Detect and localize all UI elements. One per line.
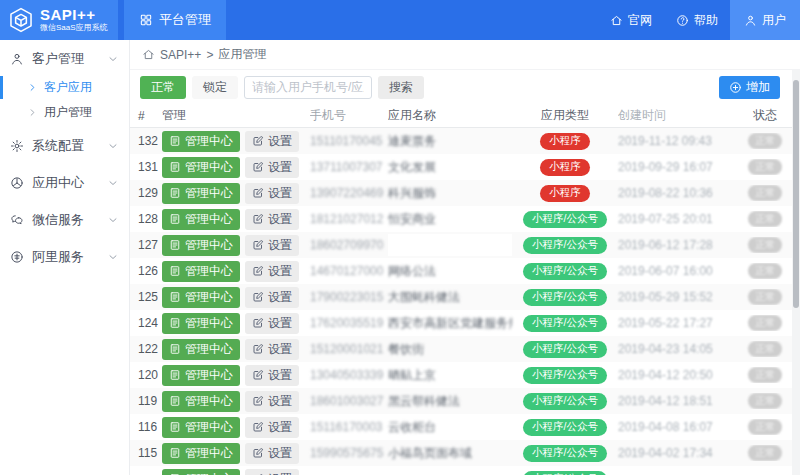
status-cell: 正常 [738, 315, 792, 331]
manage-center-button[interactable]: 管理中心 [162, 131, 240, 152]
manage-center-button[interactable]: 管理中心 [162, 183, 240, 204]
edit-icon [252, 421, 264, 433]
sidebar-item-wechat-service[interactable]: 微信服务 [0, 203, 129, 236]
settings-button[interactable]: 设置 [245, 313, 299, 334]
status-cell: 正常 [738, 341, 792, 357]
manage-center-button[interactable]: 管理中心 [162, 157, 240, 178]
settings-label: 设置 [268, 185, 292, 202]
manage-center-button[interactable]: 管理中心 [162, 443, 240, 464]
settings-button[interactable]: 设置 [245, 391, 299, 412]
app-type-cell: 小程序/公众号 [512, 237, 618, 254]
settings-button[interactable]: 设置 [245, 443, 299, 464]
phone-cell: 17620035519 [310, 316, 388, 330]
row-id: 120 [130, 368, 162, 382]
manage-center-label: 管理中心 [185, 133, 233, 150]
settings-button[interactable]: 设置 [245, 365, 299, 386]
sidebar-item-app-center[interactable]: 应用中心 [0, 166, 129, 199]
manage-center-label: 管理中心 [185, 367, 233, 384]
phone-cell: 15120001021 [310, 342, 388, 356]
app-name-cell: 小福岛页面布域 [388, 445, 512, 462]
manage-center-label: 管理中心 [185, 211, 233, 228]
search-input[interactable] [244, 76, 372, 99]
manage-center-button[interactable]: 管理中心 [162, 339, 240, 360]
nav-user[interactable]: 用户 [730, 0, 800, 40]
sidebar-item-customer-manage[interactable]: 客户管理 [0, 42, 129, 75]
list-icon [169, 395, 181, 407]
nav-help[interactable]: 帮助 [664, 0, 730, 40]
platform-tab-label: 平台管理 [159, 11, 211, 29]
scrollbar-thumb[interactable] [793, 80, 799, 308]
filter-normal-button[interactable]: 正常 [140, 76, 186, 99]
settings-button[interactable]: 设置 [245, 469, 299, 475]
app-name-cell: 恒安商业 [388, 211, 512, 228]
manage-center-button[interactable]: 管理中心 [162, 287, 240, 308]
app-type-badge: 小程序/公众号 [523, 315, 607, 332]
tab-platform-manage[interactable]: 平台管理 [124, 0, 226, 40]
add-button[interactable]: 增加 [719, 76, 780, 99]
settings-button[interactable]: 设置 [245, 339, 299, 360]
settings-button[interactable]: 设置 [245, 157, 299, 178]
filter-toolbar: 正常 锁定 搜索 增加 [130, 70, 800, 104]
edit-icon [252, 187, 264, 199]
phone-cell: 15110170045 [310, 134, 388, 148]
manage-center-button[interactable]: 管理中心 [162, 365, 240, 386]
app-type-badge: 小程序/公众号 [523, 211, 607, 228]
settings-label: 设置 [268, 341, 292, 358]
status-badge: 正常 [748, 419, 782, 435]
table-row: 115管理中心设置15990575675小福岛页面布域小程序/公众号2019-0… [130, 440, 792, 466]
settings-button[interactable]: 设置 [245, 209, 299, 230]
manage-center-button[interactable]: 管理中心 [162, 313, 240, 334]
nav-official-site[interactable]: 官网 [598, 0, 664, 40]
filter-locked-button[interactable]: 锁定 [192, 76, 238, 99]
table-row: 122管理中心设置15120001021餐饮街小程序/公众号2019-04-23… [130, 336, 792, 362]
sidebar-subitem-user-manage[interactable]: 用户管理 [0, 100, 129, 125]
app-logo[interactable]: SAPI++ 微信SaaS应用系统 [0, 0, 118, 40]
manage-cell: 管理中心设置 [162, 183, 310, 204]
status-cell: 正常 [738, 367, 792, 383]
manage-center-button[interactable]: 管理中心 [162, 417, 240, 438]
edit-icon [252, 265, 264, 277]
table-row: 120管理中心设置13040503339晒贴上京小程序/公众号2019-04-1… [130, 362, 792, 388]
table-row: 127管理中心设置18602709970小程序/公众号2019-06-12 17… [130, 232, 792, 258]
sidebar-item-system-config[interactable]: 系统配置 [0, 129, 129, 162]
phone-cell: 18602709970 [310, 238, 388, 252]
manage-center-button[interactable]: 管理中心 [162, 261, 240, 282]
manage-center-button[interactable]: 管理中心 [162, 469, 240, 475]
phone-cell: 15990575675 [310, 446, 388, 460]
edit-icon [252, 291, 264, 303]
app-type-cell: 小程序/公众号 [512, 471, 618, 475]
row-id: 116 [130, 420, 162, 434]
settings-button[interactable]: 设置 [245, 235, 299, 256]
list-icon [169, 343, 181, 355]
search-button[interactable]: 搜索 [378, 76, 424, 99]
column-header-3: 应用名称 [388, 107, 512, 124]
settings-button[interactable]: 设置 [245, 183, 299, 204]
manage-center-button[interactable]: 管理中心 [162, 391, 240, 412]
settings-button[interactable]: 设置 [245, 131, 299, 152]
vertical-scrollbar[interactable] [792, 70, 800, 475]
settings-button[interactable]: 设置 [245, 287, 299, 308]
status-badge: 正常 [748, 185, 782, 201]
manage-center-button[interactable]: 管理中心 [162, 209, 240, 230]
manage-center-button[interactable]: 管理中心 [162, 235, 240, 256]
app-name-cell: 网络公法 [388, 263, 512, 280]
status-badge: 正常 [748, 289, 782, 305]
manage-center-label: 管理中心 [185, 341, 233, 358]
created-time-cell: 2019-04-23 14:05 [618, 342, 738, 356]
app-type-cell: 小程序 [512, 133, 618, 150]
app-name-cell: 大围蚝科健法 [388, 289, 512, 306]
column-header-1: 管理 [162, 107, 310, 124]
app-name-cell [388, 234, 512, 256]
sidebar-subitem-customer-apps[interactable]: 客户应用 [0, 75, 129, 100]
settings-button[interactable]: 设置 [245, 417, 299, 438]
chevron-right-icon [27, 82, 38, 93]
manage-cell: 管理中心设置 [162, 131, 310, 152]
status-badge: 正常 [748, 367, 782, 383]
settings-button[interactable]: 设置 [245, 261, 299, 282]
breadcrumb-root[interactable]: SAPI++ [160, 48, 201, 62]
app-type-cell: 小程序/公众号 [512, 341, 618, 358]
app-type-cell: 小程序/公众号 [512, 419, 618, 436]
list-icon [169, 239, 181, 251]
sidebar-item-ali-service[interactable]: 阿里服务 [0, 240, 129, 273]
sidebar-item-label: 系统配置 [32, 137, 84, 155]
